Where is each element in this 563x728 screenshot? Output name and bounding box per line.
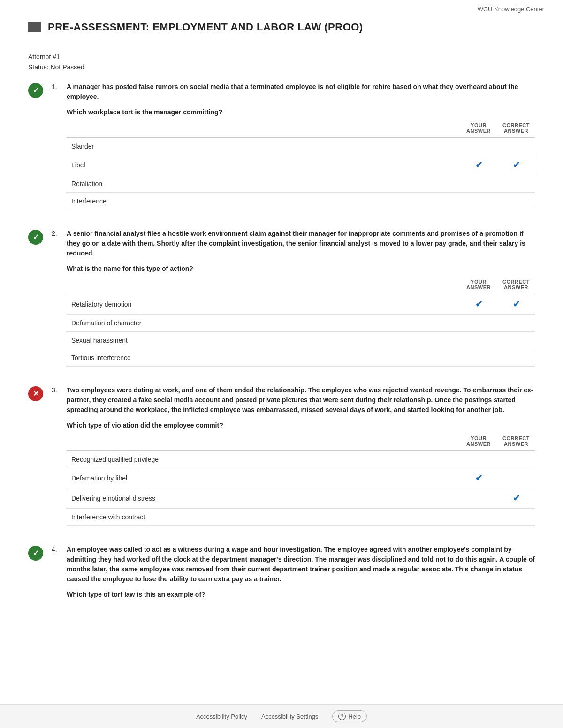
- answer-row-1-2: Libel ✔ ✔: [67, 155, 535, 175]
- answer-text-1-2: Libel: [67, 155, 460, 175]
- page-title: PRE-ASSESSMENT: EMPLOYMENT AND LABOR LAW…: [48, 21, 363, 33]
- col-answer-label-3: [67, 434, 460, 451]
- site-label: WGU Knowledge Center: [478, 6, 544, 13]
- correct-check-1-2: ✔: [497, 155, 535, 175]
- your-check-3-3: [460, 488, 497, 508]
- your-check-2-4: [460, 349, 497, 366]
- correct-check-3-3: ✔: [497, 488, 535, 508]
- your-check-2-1: ✔: [460, 294, 497, 314]
- help-button[interactable]: ? Help: [332, 710, 367, 722]
- question-prompt-4: Which type of tort law is this an exampl…: [67, 591, 535, 598]
- answers-table-1: YOURANSWER CORRECTANSWER Slander Libel ✔…: [67, 120, 535, 210]
- question-block-4: ✓ 4. An employee was called to act as a …: [28, 545, 535, 608]
- footer-bar: Accessibility Policy Accessibility Setti…: [0, 704, 563, 728]
- checkmark-your-2-1: ✔: [475, 300, 482, 309]
- answer-text-1-1: Slander: [67, 137, 460, 155]
- col-answer-label: [67, 120, 460, 138]
- answer-text-3-2: Defamation by libel: [67, 468, 460, 488]
- question-stem-4: An employee was called to act as a witne…: [67, 545, 535, 584]
- answer-row-2-4: Tortious interference: [67, 349, 535, 366]
- question-number-1: 1.: [52, 83, 61, 90]
- attempt-line2: Status: Not Passed: [28, 62, 535, 72]
- answer-text-2-1: Retaliatory demotion: [67, 294, 460, 314]
- answers-table-2: YOURANSWER CORRECTANSWER Retaliatory dem…: [67, 277, 535, 367]
- answer-row-2-1: Retaliatory demotion ✔ ✔: [67, 294, 535, 314]
- help-label: Help: [348, 713, 361, 720]
- status-icon-3: ✕: [28, 386, 43, 401]
- status-icon-4: ✓: [28, 546, 43, 561]
- correct-check-1-1: [497, 137, 535, 155]
- correct-check-3-4: [497, 508, 535, 525]
- accessibility-policy-link[interactable]: Accessibility Policy: [196, 713, 247, 720]
- question-content-2: A senior financial analyst files a hosti…: [67, 229, 535, 367]
- question-content-4: An employee was called to act as a witne…: [67, 545, 535, 603]
- help-circle-icon: ?: [338, 713, 346, 720]
- col-correct-answer-1: CORRECTANSWER: [497, 120, 535, 138]
- col-answer-label-2: [67, 277, 460, 294]
- correct-check-1-4: [497, 192, 535, 210]
- your-check-2-2: [460, 314, 497, 331]
- correct-check-2-3: [497, 331, 535, 349]
- answer-row-2-2: Defamation of character: [67, 314, 535, 331]
- col-correct-answer-3: CORRECTANSWER: [497, 434, 535, 451]
- your-check-1-4: [460, 192, 497, 210]
- question-block-1: ✓ 1. A manager has posted false rumors o…: [28, 82, 535, 215]
- correct-check-2-1: ✔: [497, 294, 535, 314]
- question-prompt-1: Which workplace tort is the manager comm…: [67, 108, 535, 116]
- col-correct-answer-2: CORRECTANSWER: [497, 277, 535, 294]
- answer-text-3-4: Interference with contract: [67, 508, 460, 525]
- answer-row-2-3: Sexual harassment: [67, 331, 535, 349]
- your-check-3-1: [460, 450, 497, 468]
- accessibility-settings-link[interactable]: Accessibility Settings: [261, 713, 318, 720]
- question-stem-3: Two employees were dating at work, and o…: [67, 385, 535, 415]
- col-your-answer-2: YOURANSWER: [460, 277, 497, 294]
- question-number-4: 4.: [52, 546, 61, 553]
- answer-row-3-2: Defamation by libel ✔: [67, 468, 535, 488]
- question-content-3: Two employees were dating at work, and o…: [67, 385, 535, 526]
- question-prompt-3: Which type of violation did the employee…: [67, 421, 535, 429]
- your-check-2-3: [460, 331, 497, 349]
- answers-table-3: YOURANSWER CORRECTANSWER Recognized qual…: [67, 434, 535, 526]
- answer-text-2-4: Tortious interference: [67, 349, 460, 366]
- answer-text-2-3: Sexual harassment: [67, 331, 460, 349]
- page-header: PRE-ASSESSMENT: EMPLOYMENT AND LABOR LAW…: [0, 16, 563, 43]
- correct-check-2-4: [497, 349, 535, 366]
- question-content-1: A manager has posted false rumors on soc…: [67, 82, 535, 210]
- answer-row-3-1: Recognized qualified privilege: [67, 450, 535, 468]
- answer-text-3-3: Delivering emotional distress: [67, 488, 460, 508]
- correct-check-3-2: [497, 468, 535, 488]
- question-block-3: ✕ 3. Two employees were dating at work, …: [28, 385, 535, 531]
- answer-row-3-3: Delivering emotional distress ✔: [67, 488, 535, 508]
- answer-text-2-2: Defamation of character: [67, 314, 460, 331]
- attempt-line1: Attempt #1: [28, 52, 535, 62]
- question-stem-2: A senior financial analyst files a hosti…: [67, 229, 535, 258]
- book-icon: [28, 22, 41, 32]
- checkmark-your-1-2: ✔: [475, 160, 482, 170]
- status-icon-1: ✓: [28, 83, 43, 98]
- attempt-info: Attempt #1 Status: Not Passed: [0, 43, 563, 77]
- answer-text-1-4: Interference: [67, 192, 460, 210]
- answer-text-3-1: Recognized qualified privilege: [67, 450, 460, 468]
- answer-row-3-4: Interference with contract: [67, 508, 535, 525]
- answer-text-1-3: Retaliation: [67, 175, 460, 192]
- checkmark-correct-1-2: ✔: [513, 160, 520, 170]
- col-your-answer-1: YOURANSWER: [460, 120, 497, 138]
- status-icon-2: ✓: [28, 230, 43, 245]
- checkmark-your-3-2: ✔: [475, 473, 482, 483]
- your-check-1-1: [460, 137, 497, 155]
- checkmark-correct-2-1: ✔: [513, 300, 520, 309]
- your-check-3-2: ✔: [460, 468, 497, 488]
- correct-check-3-1: [497, 450, 535, 468]
- question-stem-1: A manager has posted false rumors on soc…: [67, 82, 535, 102]
- answer-row-1-3: Retaliation: [67, 175, 535, 192]
- questions-container: ✓ 1. A manager has posted false rumors o…: [0, 77, 563, 650]
- answer-row-1-1: Slander: [67, 137, 535, 155]
- question-number-2: 2.: [52, 230, 61, 237]
- question-number-3: 3.: [52, 386, 61, 394]
- question-prompt-2: What is the name for this type of action…: [67, 265, 535, 272]
- checkmark-correct-3-3: ✔: [513, 494, 520, 503]
- correct-check-1-3: [497, 175, 535, 192]
- your-check-1-3: [460, 175, 497, 192]
- correct-check-2-2: [497, 314, 535, 331]
- col-your-answer-3: YOURANSWER: [460, 434, 497, 451]
